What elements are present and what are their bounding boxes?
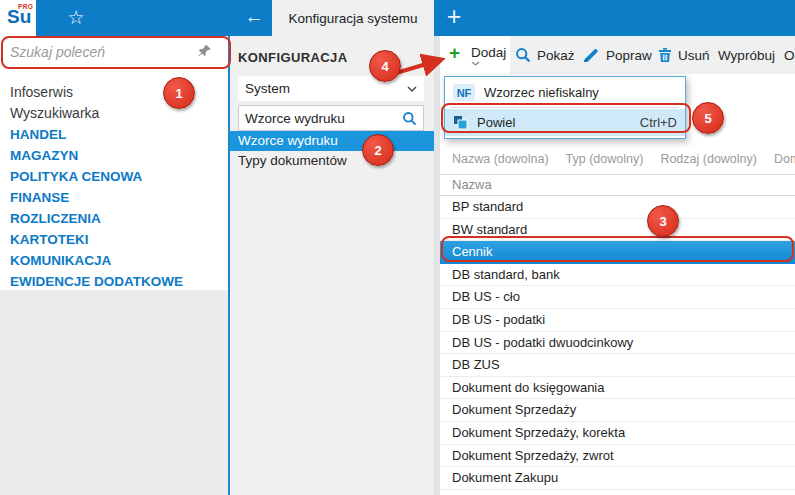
edit-button[interactable]: Popraw bbox=[583, 36, 652, 74]
magnifier-icon bbox=[515, 47, 531, 63]
edit-button-label: Popraw bbox=[606, 48, 652, 63]
sidebar-item[interactable]: POLITYKA CENOWA bbox=[0, 166, 228, 187]
search-placeholder: Szukaj poleceń bbox=[10, 36, 105, 68]
filter-typ[interactable]: Typ (dowolny) bbox=[566, 152, 644, 166]
favorites-star-icon[interactable]: ☆ bbox=[58, 0, 94, 36]
table-row[interactable]: BP standard bbox=[440, 196, 795, 219]
back-arrow-button[interactable]: ← bbox=[236, 0, 272, 36]
menu-item-powiel[interactable]: Powiel Ctrl+D bbox=[445, 109, 685, 136]
table-row[interactable]: DB ZUS bbox=[440, 354, 795, 377]
config-section-list: Wzorce wydrukuTypy dokumentów bbox=[230, 131, 434, 171]
new-tab-button[interactable]: + bbox=[434, 0, 474, 36]
sidebar-item[interactable]: MAGAZYN bbox=[0, 145, 228, 166]
config-search-value: Wzorce wydruku bbox=[245, 111, 345, 126]
config-scope-value: System bbox=[245, 81, 290, 96]
table-row[interactable]: Dokument Sprzedaży, zwrot bbox=[440, 445, 795, 468]
table-row[interactable]: Dokument Zakupu bbox=[440, 467, 795, 490]
pin-icon[interactable] bbox=[197, 44, 212, 59]
clipped-toolbar-button[interactable]: O bbox=[784, 36, 795, 74]
toolbar: + Dodaj Pokaż Popraw Usuń Wypróbuj O bbox=[440, 36, 795, 74]
sidebar-item[interactable]: KARTOTEKI bbox=[0, 229, 228, 250]
sidebar-menu: InfoserwisWyszukiwarkaHANDELMAGAZYNPOLIT… bbox=[0, 82, 228, 292]
table-row[interactable]: Dokument do księgowania bbox=[440, 377, 795, 400]
delete-button[interactable]: Usuń bbox=[658, 36, 710, 74]
filter-bar: Nazwa (dowolna) Typ (dowolny) Rodzaj (do… bbox=[440, 146, 795, 172]
add-button[interactable]: + Dodaj bbox=[440, 36, 510, 74]
config-scope-select[interactable]: System bbox=[238, 76, 424, 101]
table-row[interactable]: Dokument Sprzedaży, korekta bbox=[440, 422, 795, 445]
print-templates-panel: + Dodaj Pokaż Popraw Usuń Wypróbuj O bbox=[440, 36, 795, 495]
sidebar-item[interactable]: ROZLICZENIA bbox=[0, 208, 228, 229]
logo-pro-badge: PRO bbox=[18, 3, 33, 10]
try-button[interactable]: Wypróbuj bbox=[718, 36, 775, 74]
search-icon bbox=[402, 111, 417, 126]
menu-item-label: Wzorzec niefiskalny bbox=[484, 85, 599, 100]
tab-konfiguracja-systemu[interactable]: Konfiguracja systemu bbox=[272, 0, 434, 36]
sidebar-item[interactable]: FINANSE bbox=[0, 187, 228, 208]
config-section-item[interactable]: Typy dokumentów bbox=[230, 151, 434, 171]
config-panel-title: KONFIGURACJA bbox=[238, 50, 348, 65]
menu-item-wzorzec-niefiskalny[interactable]: NF Wzorzec niefiskalny bbox=[445, 79, 685, 106]
config-section-item[interactable]: Wzorce wydruku bbox=[230, 131, 434, 151]
sidebar-item[interactable]: EWIDENCJE DODATKOWE bbox=[0, 271, 228, 292]
table-row[interactable]: DB US - podatki bbox=[440, 309, 795, 332]
command-search-input[interactable]: Szukaj poleceń bbox=[0, 36, 228, 68]
brush-icon bbox=[583, 47, 600, 63]
copy-icon bbox=[453, 115, 468, 130]
sidebar-item[interactable]: Wyszukiwarka bbox=[0, 103, 228, 124]
delete-button-label: Usuń bbox=[678, 48, 710, 63]
trash-icon bbox=[658, 47, 672, 63]
main-menu-sidebar: Szukaj poleceń InfoserwisWyszukiwarkaHAN… bbox=[0, 36, 230, 495]
column-header-nazwa[interactable]: Nazwa bbox=[440, 174, 795, 196]
templates-table: Nazwa BP standardBW standardCennikDB sta… bbox=[440, 174, 795, 490]
sidebar-item[interactable]: Infoserwis bbox=[0, 82, 228, 103]
chevron-down-icon bbox=[407, 86, 417, 92]
nf-icon: NF bbox=[453, 84, 475, 101]
show-button[interactable]: Pokaż bbox=[515, 36, 575, 74]
table-row[interactable]: DB US - cło bbox=[440, 286, 795, 309]
filter-domyslny[interactable]: Domyślny bbox=[774, 152, 795, 166]
sidebar-item[interactable]: KOMUNIKACJA bbox=[0, 250, 228, 271]
table-body: BP standardBW standardCennikDB standard,… bbox=[440, 196, 795, 490]
table-row[interactable]: BW standard bbox=[440, 219, 795, 242]
config-search-input[interactable]: Wzorce wydruku bbox=[238, 105, 424, 131]
title-bar: Su PRO ☆ ← Konfiguracja systemu + bbox=[0, 0, 795, 36]
menu-item-label: Powiel bbox=[477, 115, 515, 130]
menu-separator bbox=[451, 107, 679, 108]
filter-rodzaj[interactable]: Rodzaj (dowolny) bbox=[660, 152, 757, 166]
table-row[interactable]: Dokument Sprzedaży bbox=[440, 399, 795, 422]
config-panel: KONFIGURACJA System Wzorce wydruku Wzorc… bbox=[230, 36, 434, 495]
table-row[interactable]: Cennik bbox=[440, 241, 795, 264]
chevron-down-icon bbox=[471, 61, 480, 66]
clipped-button-label: O bbox=[784, 48, 795, 63]
app-logo[interactable]: Su PRO bbox=[0, 0, 36, 36]
add-dropdown-menu: NF Wzorzec niefiskalny Powiel Ctrl+D bbox=[444, 76, 686, 139]
sidebar-item[interactable]: HANDEL bbox=[0, 124, 228, 145]
try-button-label: Wypróbuj bbox=[718, 48, 775, 63]
app-window: Su PRO ☆ ← Konfiguracja systemu + Szukaj… bbox=[0, 0, 795, 495]
menu-shortcut: Ctrl+D bbox=[640, 115, 677, 130]
show-button-label: Pokaż bbox=[537, 48, 575, 63]
plus-icon: + bbox=[449, 42, 460, 64]
filter-nazwa[interactable]: Nazwa (dowolna) bbox=[452, 152, 549, 166]
table-row[interactable]: DB standard, bank bbox=[440, 264, 795, 287]
table-row[interactable]: DB US - podatki dwuodcinkowy bbox=[440, 332, 795, 355]
